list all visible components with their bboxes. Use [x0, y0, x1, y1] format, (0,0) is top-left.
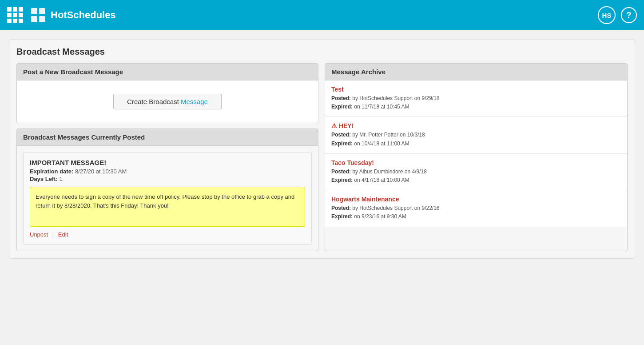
posted-value: by HotSchedules Support on 9/29/18: [352, 95, 439, 101]
posted-label: Posted:: [331, 132, 351, 138]
archive-header: Message Archive: [325, 64, 627, 80]
expired-value: on 10/4/18 at 11:00 AM: [354, 140, 409, 147]
archive-item: Taco Tuesday!Posted: by Albus Dumbledore…: [325, 154, 627, 190]
post-new-body: Create Broadcast Message: [17, 80, 318, 123]
message-actions: Unpost | Edit: [30, 231, 305, 238]
expired-label: Expired:: [331, 104, 353, 110]
message-days-left: Days Left: 1: [30, 176, 305, 182]
message-expiration: Expiration date: 8/27/20 at 10:30 AM: [30, 168, 305, 175]
archive-body: TestPosted: by HotSchedules Support on 9…: [325, 80, 627, 227]
expired-value: on 9/23/16 at 9:30 AM: [354, 213, 406, 220]
svg-rect-1: [39, 8, 45, 14]
user-avatar[interactable]: HS: [598, 6, 616, 24]
archive-item-meta: Posted: by HotSchedules Support on 9/29/…: [331, 94, 621, 111]
grid-menu-icon[interactable]: [7, 7, 23, 23]
svg-rect-0: [31, 8, 37, 14]
archive-item-meta: Posted: by Mr. Potter Potter on 10/3/18E…: [331, 131, 621, 148]
message-body: Everyone needs to sign a copy of the new…: [30, 187, 305, 227]
left-column: Post a New Broadcast Message Create Broa…: [16, 63, 318, 251]
posted-value: by Albus Dumbledore on 4/9/18: [352, 168, 426, 175]
archive-item-title[interactable]: Test: [331, 86, 621, 93]
days-left-value: 1: [59, 176, 62, 182]
svg-rect-3: [39, 16, 45, 22]
page-title: Broadcast Messages: [16, 47, 628, 57]
archive-item: Hogwarts MaintenancePosted: by HotSchedu…: [325, 190, 627, 226]
create-broadcast-button[interactable]: Create Broadcast Message: [113, 94, 222, 109]
expired-value: on 11/7/18 at 10:45 AM: [354, 104, 409, 110]
create-btn-text2: Message: [181, 98, 208, 105]
main-panel: Broadcast Messages Post a New Broadcast …: [9, 39, 635, 259]
currently-posted-header: Broadcast Messages Currently Posted: [17, 129, 318, 146]
expired-label: Expired:: [331, 140, 353, 147]
currently-posted-section: Broadcast Messages Currently Posted IMPO…: [16, 128, 318, 251]
logo-icon: [30, 7, 46, 23]
archive-box: Message Archive TestPosted: by HotSchedu…: [325, 63, 628, 251]
svg-rect-2: [31, 16, 37, 22]
currently-posted-body: IMPORTANT MESSAGE! Expiration date: 8/27…: [17, 146, 318, 251]
alert-icon: ⚠: [331, 122, 337, 129]
posted-label: Posted:: [331, 168, 351, 175]
posted-value: by Mr. Potter Potter on 10/3/18: [352, 132, 425, 138]
post-new-header: Post a New Broadcast Message: [17, 64, 318, 80]
unpost-link[interactable]: Unpost: [30, 231, 48, 238]
help-button[interactable]: ?: [621, 7, 637, 23]
archive-item-title[interactable]: Taco Tuesday!: [331, 159, 621, 166]
nav-left: HotSchedules: [7, 7, 116, 23]
right-column: Message Archive TestPosted: by HotSchedu…: [325, 63, 628, 251]
expired-value: on 4/17/18 at 10:00 AM: [354, 177, 409, 183]
message-card: IMPORTANT MESSAGE! Expiration date: 8/27…: [23, 152, 312, 245]
archive-item: TestPosted: by HotSchedules Support on 9…: [325, 80, 627, 117]
archive-item: ⚠ HEY!Posted: by Mr. Potter Potter on 10…: [325, 117, 627, 153]
expiration-label: Expiration date:: [30, 168, 73, 175]
edit-link[interactable]: Edit: [58, 231, 68, 238]
nav-right: HS ?: [598, 6, 637, 24]
posted-label: Posted:: [331, 205, 351, 211]
action-separator: |: [52, 231, 54, 238]
archive-item-meta: Posted: by Albus Dumbledore on 4/9/18Exp…: [331, 168, 621, 185]
archive-item-title[interactable]: Hogwarts Maintenance: [331, 196, 621, 203]
post-new-section: Post a New Broadcast Message Create Broa…: [16, 63, 318, 123]
posted-value: by HotSchedules Support on 9/22/16: [352, 205, 439, 211]
archive-item-meta: Posted: by HotSchedules Support on 9/22/…: [331, 204, 621, 221]
expired-label: Expired:: [331, 177, 353, 183]
top-navigation: HotSchedules HS ?: [0, 0, 644, 30]
inner-layout: Post a New Broadcast Message Create Broa…: [16, 63, 628, 251]
brand-logo: HotSchedules: [30, 7, 116, 23]
expired-label: Expired:: [331, 213, 353, 220]
expiration-value: 8/27/20 at 10:30 AM: [75, 168, 127, 175]
days-left-label: Days Left:: [30, 176, 58, 182]
archive-item-title[interactable]: ⚠ HEY!: [331, 122, 621, 129]
create-btn-text1: Create Broadcast: [127, 98, 181, 105]
page-content: Broadcast Messages Post a New Broadcast …: [0, 30, 644, 259]
message-title: IMPORTANT MESSAGE!: [30, 159, 305, 166]
brand-name: HotSchedules: [51, 9, 116, 21]
posted-label: Posted:: [331, 95, 351, 101]
